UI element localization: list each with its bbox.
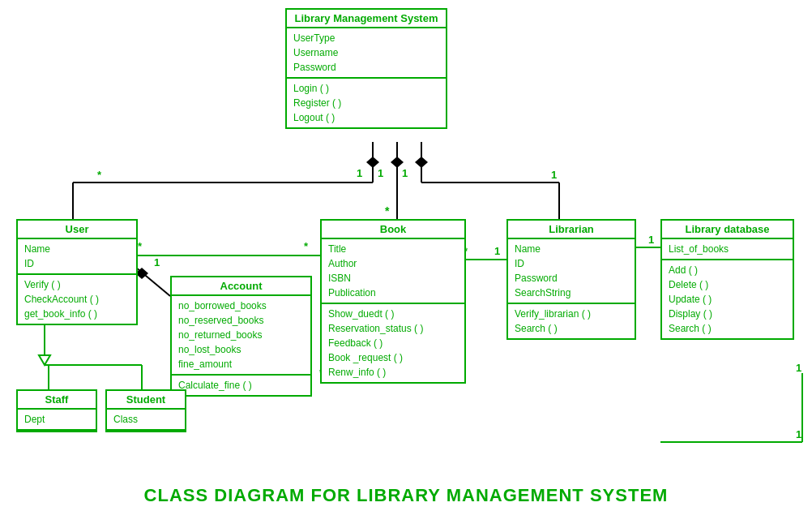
user-method-1: Verify ( ): [24, 277, 130, 292]
library-db-method-3: Update ( ): [669, 292, 786, 307]
book-method-4: Book _request ( ): [328, 350, 458, 365]
account-attr-2: no_reserved_books: [178, 313, 304, 328]
book-class-attrs: Title Author ISBN Publication: [322, 239, 464, 304]
account-class-header: Account: [172, 277, 310, 296]
svg-text:1: 1: [796, 362, 801, 374]
user-attr-1: Name: [24, 242, 130, 256]
lms-class: Library Management System UserType Usern…: [285, 8, 447, 129]
lms-class-attrs: UserType Username Password: [287, 28, 446, 79]
student-class-attrs: Class: [107, 410, 185, 431]
svg-marker-10: [415, 157, 428, 168]
svg-text:1: 1: [494, 245, 500, 257]
library-db-class: Library database List_of_books Add ( ) D…: [660, 219, 794, 340]
lms-attr-3: Password: [293, 60, 439, 75]
book-method-3: Feedback ( ): [328, 336, 458, 350]
library-db-method-5: Search ( ): [669, 321, 786, 336]
svg-text:*: *: [385, 204, 390, 217]
svg-text:*: *: [304, 240, 309, 252]
library-db-attr-1: List_of_books: [669, 242, 786, 256]
librarian-attr-3: Password: [515, 271, 628, 286]
svg-text:1: 1: [551, 169, 557, 181]
staff-class: Staff Dept: [16, 389, 97, 432]
svg-text:1: 1: [402, 167, 408, 179]
librarian-class: Librarian Name ID Password SearchString …: [506, 219, 636, 340]
lms-method-2: Register ( ): [293, 96, 439, 110]
lms-method-1: Login ( ): [293, 81, 439, 96]
svg-marker-9: [391, 157, 404, 168]
student-attr-1: Class: [113, 412, 178, 427]
account-class-methods: Calculate_fine ( ): [172, 376, 310, 395]
svg-line-20: [136, 268, 170, 296]
account-method-1: Calculate_fine ( ): [178, 378, 304, 393]
account-attr-1: no_borrowed_books: [178, 298, 304, 313]
library-db-method-1: Add ( ): [669, 263, 786, 277]
library-db-method-2: Delete ( ): [669, 277, 786, 292]
library-db-method-4: Display ( ): [669, 307, 786, 321]
svg-text:1: 1: [357, 167, 362, 179]
student-class: Student Class: [105, 389, 186, 432]
svg-marker-29: [39, 355, 50, 365]
diagram-title: CLASS DIAGRAM FOR LIBRARY MANAGEMENT SYS…: [0, 479, 812, 511]
book-attr-3: ISBN: [328, 271, 458, 286]
user-attr-2: ID: [24, 256, 130, 271]
svg-text:*: *: [138, 240, 143, 252]
account-attr-4: no_lost_books: [178, 342, 304, 357]
library-db-class-header: Library database: [662, 221, 793, 239]
librarian-method-2: Search ( ): [515, 321, 628, 336]
book-attr-1: Title: [328, 242, 458, 256]
user-method-2: CheckAccount ( ): [24, 292, 130, 307]
user-class-header: User: [18, 221, 136, 239]
book-method-2: Reservation_status ( ): [328, 321, 458, 336]
book-class-header: Book: [322, 221, 464, 239]
book-method-5: Renw_info ( ): [328, 365, 458, 380]
book-class-methods: Show_duedt ( ) Reservation_status ( ) Fe…: [322, 304, 464, 382]
lms-class-header: Library Management System: [287, 10, 446, 28]
svg-text:1: 1: [796, 428, 801, 440]
svg-text:1: 1: [378, 167, 383, 179]
svg-text:*: *: [97, 169, 102, 181]
lms-attr-2: Username: [293, 45, 439, 60]
librarian-attr-4: SearchString: [515, 286, 628, 300]
user-class-methods: Verify ( ) CheckAccount ( ) get_book_inf…: [18, 275, 136, 324]
book-attr-4: Publication: [328, 286, 458, 300]
library-db-class-methods: Add ( ) Delete ( ) Update ( ) Display ( …: [662, 260, 793, 338]
lms-attr-1: UserType: [293, 31, 439, 45]
librarian-class-header: Librarian: [508, 221, 635, 239]
student-class-header: Student: [107, 391, 185, 410]
account-attr-3: no_returned_books: [178, 328, 304, 342]
svg-text:1: 1: [154, 256, 160, 268]
user-class: User Name ID Verify ( ) CheckAccount ( )…: [16, 219, 138, 325]
account-attr-5: fine_amount: [178, 357, 304, 371]
librarian-attr-2: ID: [515, 256, 628, 271]
librarian-method-1: Verify_librarian ( ): [515, 307, 628, 321]
user-method-3: get_book_info ( ): [24, 307, 130, 321]
staff-attr-1: Dept: [24, 412, 89, 427]
svg-marker-8: [366, 157, 379, 168]
staff-class-header: Staff: [18, 391, 96, 410]
librarian-class-methods: Verify_librarian ( ) Search ( ): [508, 304, 635, 338]
book-attr-2: Author: [328, 256, 458, 271]
user-class-attrs: Name ID: [18, 239, 136, 275]
lms-method-3: Logout ( ): [293, 110, 439, 125]
book-class: Book Title Author ISBN Publication Show_…: [320, 219, 466, 384]
svg-text:1: 1: [648, 234, 654, 246]
librarian-attr-1: Name: [515, 242, 628, 256]
account-class-attrs: no_borrowed_books no_reserved_books no_r…: [172, 296, 310, 376]
staff-class-attrs: Dept: [18, 410, 96, 431]
account-class: Account no_borrowed_books no_reserved_bo…: [170, 276, 312, 397]
book-method-1: Show_duedt ( ): [328, 307, 458, 321]
library-db-class-attrs: List_of_books: [662, 239, 793, 260]
diagram-container: 1 1 1 * * 1 * * 1 1 1 1 * 1: [0, 0, 812, 479]
lms-class-methods: Login ( ) Register ( ) Logout ( ): [287, 79, 446, 127]
librarian-class-attrs: Name ID Password SearchString: [508, 239, 635, 304]
